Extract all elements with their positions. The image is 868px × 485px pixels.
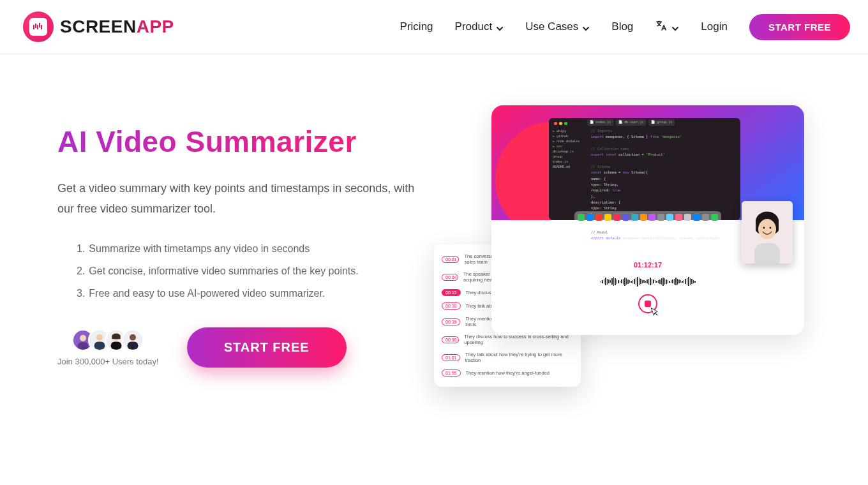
recording-controls: 01:12:17 (491, 239, 804, 335)
summary-text: They mention how they're angel-funded (466, 370, 550, 376)
nav-usecases[interactable]: Use Cases (525, 20, 590, 33)
header-start-free-button[interactable]: START FREE (749, 14, 850, 40)
device-mock: 📄 index.js📄 db.user.js📄 group.js ▸ whipy… (491, 105, 804, 335)
hero-start-free-button[interactable]: START FREE (187, 327, 347, 368)
timestamp-badge[interactable]: 00:04 (442, 274, 458, 281)
summary-row: 00:58They discuss how to success in cros… (442, 334, 573, 345)
nav-product[interactable]: Product (455, 20, 504, 33)
code-editor-window: 📄 index.js📄 db.user.js📄 group.js ▸ whipy… (549, 118, 740, 220)
timestamp-badge[interactable]: 00:30 (442, 302, 461, 310)
waveform-icon (590, 274, 705, 289)
nav-language[interactable] (655, 19, 679, 35)
nav-blog[interactable]: Blog (611, 20, 633, 33)
translate-icon (655, 19, 668, 35)
nav-login[interactable]: Login (701, 20, 728, 33)
svg-point-15 (763, 227, 765, 229)
summary-text: They discuss how to success in cross-sel… (464, 334, 573, 345)
svg-point-10 (130, 334, 136, 341)
svg-rect-2 (78, 343, 89, 350)
nav-pricing[interactable]: Pricing (400, 20, 433, 33)
timestamp-badge[interactable]: 00:01 (442, 256, 459, 263)
timestamp-badge[interactable]: 00:58 (442, 336, 459, 343)
join-text: Join 300,000+ Users today! (57, 357, 159, 366)
avatar (121, 329, 144, 352)
summary-row: 01:01They talk about how they're trying … (442, 352, 573, 363)
cursor-icon (648, 306, 661, 319)
svg-point-1 (80, 335, 86, 341)
timestamp-badge[interactable]: 01:01 (442, 354, 460, 361)
macos-dock (574, 211, 721, 223)
code-body: // Importsimport mongoose, { Schema } fr… (591, 128, 737, 242)
hero-bullet: 1.Summarize with timetamps any video in … (77, 237, 415, 260)
hero-bullet: 3.Free and easy to use AI-powered video … (77, 282, 415, 304)
file-tree: ▸ whipy▸ github▸ node_modules▸ src db.gr… (553, 128, 587, 169)
svg-rect-11 (128, 342, 138, 350)
editor-tabs: 📄 index.js📄 db.user.js📄 group.js (587, 119, 675, 126)
avatar-group: Join 300,000+ Users today! (57, 329, 159, 366)
hero-subtitle: Get a video summary with key points and … (57, 178, 415, 220)
timestamp-badge[interactable]: 00:15 (442, 289, 461, 296)
chevron-down-icon (496, 23, 504, 31)
svg-rect-8 (111, 342, 122, 350)
avatar-stack (71, 329, 144, 352)
hero-left: AI Video Summarizer Get a video summary … (57, 105, 415, 368)
svg-point-14 (758, 219, 776, 239)
svg-point-16 (770, 227, 772, 229)
nav-usecases-label: Use Cases (525, 20, 578, 33)
logo-link[interactable]: SCREENAPP (23, 11, 174, 42)
hero-bullet: 2.Get concise, informative video summari… (77, 260, 415, 282)
site-header: SCREENAPP Pricing Product Use Cases Blog… (0, 0, 868, 54)
hero-illustration: 00:01The conversation starts with congra… (434, 105, 830, 368)
hero-section: AI Video Summarizer Get a video summary … (0, 54, 868, 368)
chevron-down-icon (671, 23, 679, 31)
primary-nav: Pricing Product Use Cases Blog Login STA… (400, 14, 850, 40)
timestamp-badge[interactable]: 01:55 (442, 369, 461, 377)
logo-text: SCREENAPP (60, 17, 174, 37)
nav-product-label: Product (455, 20, 493, 33)
svg-point-4 (96, 334, 103, 341)
recording-time: 01:12:17 (634, 261, 662, 269)
summary-text: They talk about how they're trying to ge… (465, 352, 573, 363)
page-title: AI Video Summarizer (57, 124, 415, 159)
summary-row: 01:55They mention how they're angel-fund… (442, 369, 573, 377)
svg-rect-5 (94, 342, 105, 350)
logo-mark-icon (23, 11, 54, 42)
timestamp-badge[interactable]: 00:39 (442, 318, 460, 325)
hero-bullet-list: 1.Summarize with timetamps any video in … (77, 237, 415, 305)
chevron-down-icon (582, 23, 590, 31)
social-proof-row: Join 300,000+ Users today! START FREE (57, 327, 415, 368)
